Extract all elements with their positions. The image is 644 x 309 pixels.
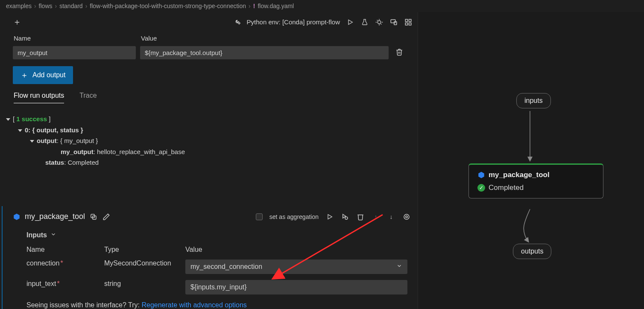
graph-edges xyxy=(418,12,644,309)
output-value-input[interactable] xyxy=(140,46,389,59)
outputs-value-header: Value xyxy=(141,35,412,42)
success-count: 1 success xyxy=(16,115,47,122)
svg-rect-13 xyxy=(405,23,407,25)
chevron-down-icon xyxy=(396,263,402,271)
add-icon[interactable]: ＋ xyxy=(13,16,21,28)
output-name-input[interactable] xyxy=(13,46,136,59)
caret-down-icon[interactable] xyxy=(6,118,10,121)
aggregation-label: set as aggregation xyxy=(269,213,319,220)
breadcrumb-seg[interactable]: flow-with-package-tool-with-custom-stron… xyxy=(90,3,246,9)
breadcrumb-sep: › xyxy=(85,3,88,9)
caret-down-icon[interactable] xyxy=(18,129,22,132)
input-type: string xyxy=(104,280,185,288)
output-row xyxy=(13,46,413,59)
input-text-value[interactable] xyxy=(185,280,407,294)
caret-down-icon[interactable] xyxy=(30,140,34,143)
breadcrumb-seg[interactable]: examples xyxy=(6,3,32,9)
input-name: input_text xyxy=(26,280,56,287)
yaml-file-icon: ! xyxy=(253,3,255,9)
tool-hex-icon xyxy=(13,213,20,221)
breadcrumb: examples › flows › standard › flow-with-… xyxy=(0,0,644,12)
svg-rect-11 xyxy=(405,19,407,21)
node-inspector: my_package_tool set as aggregation ↑ ↓ xyxy=(2,206,418,309)
svg-rect-14 xyxy=(409,23,411,25)
edit-icon[interactable] xyxy=(102,213,111,221)
tab-flow-run-outputs[interactable]: Flow run outputs xyxy=(14,92,64,103)
result-myoutput-key: my_output xyxy=(61,148,94,155)
device-icon[interactable] xyxy=(389,18,398,26)
debug-node-icon[interactable] xyxy=(341,213,349,221)
run-icon[interactable] xyxy=(346,18,354,26)
connection-select[interactable]: my_second_connection xyxy=(185,259,407,274)
svg-point-20 xyxy=(345,217,348,219)
required-marker: * xyxy=(60,259,63,267)
flask-icon[interactable] xyxy=(360,18,369,26)
run-results-tree: [ 1 success ] 0: { output, status } outp… xyxy=(0,108,418,206)
breadcrumb-file[interactable]: ! flow.dag.yaml xyxy=(253,3,294,9)
wrench-icon[interactable] xyxy=(232,18,241,26)
breadcrumb-sep: › xyxy=(249,3,251,9)
run-node-icon[interactable] xyxy=(325,213,334,221)
svg-line-7 xyxy=(377,20,378,20)
add-output-button[interactable]: ＋ Add output xyxy=(13,66,73,84)
tab-trace[interactable]: Trace xyxy=(79,92,97,103)
bug-icon[interactable] xyxy=(375,18,383,26)
chevron-down-icon[interactable] xyxy=(50,231,56,239)
result-status-key: status xyxy=(45,159,64,166)
issues-prefix: Seeing issues with the interface? Try: xyxy=(26,301,141,309)
breadcrumb-sep: › xyxy=(34,3,36,9)
svg-point-21 xyxy=(404,214,409,219)
delete-output-icon[interactable] xyxy=(395,48,403,58)
add-output-label: Add output xyxy=(32,71,65,79)
inputs-section-label: Inputs xyxy=(26,231,47,239)
python-env-label[interactable]: Python env: [Conda] prompt-flow xyxy=(247,18,340,26)
svg-point-22 xyxy=(406,216,408,218)
plus-icon: ＋ xyxy=(20,70,28,80)
connection-select-value: my_second_connection xyxy=(190,263,262,270)
input-row-connection: connection* MySecondConnection my_second… xyxy=(26,259,411,274)
outputs-name-header: Name xyxy=(14,35,141,42)
result-output-val: { my_output } xyxy=(60,137,98,144)
svg-point-2 xyxy=(378,20,381,24)
node-title: my_package_tool xyxy=(25,212,85,221)
svg-line-8 xyxy=(381,23,382,24)
target-icon[interactable] xyxy=(402,213,411,221)
result-status-val: Completed xyxy=(68,159,99,166)
svg-marker-15 xyxy=(14,213,20,220)
delete-node-icon[interactable] xyxy=(356,213,365,221)
layout-icon[interactable] xyxy=(404,18,413,26)
result-index-line: 0: { output, status } xyxy=(25,126,83,134)
inputs-value-header: Value xyxy=(185,246,411,254)
required-marker: * xyxy=(57,280,59,287)
input-type: MySecondConnection xyxy=(104,259,185,267)
copy-icon[interactable] xyxy=(89,213,98,221)
svg-marker-18 xyxy=(328,214,332,219)
input-row-inputtext: input_text* string xyxy=(26,280,411,294)
breadcrumb-seg[interactable]: flows xyxy=(39,3,53,9)
breadcrumb-sep: › xyxy=(55,3,57,9)
move-down-icon[interactable]: ↓ xyxy=(387,213,395,221)
result-output-key: output xyxy=(37,137,57,144)
breadcrumb-seg[interactable]: standard xyxy=(59,3,82,9)
svg-rect-12 xyxy=(409,19,411,21)
svg-marker-0 xyxy=(348,20,352,24)
flow-graph[interactable]: inputs my_package_tool ✓ Completed outpu… xyxy=(418,12,644,309)
inputs-name-header: Name xyxy=(26,246,104,254)
inputs-type-header: Type xyxy=(104,246,185,254)
move-up-icon[interactable]: ↑ xyxy=(372,213,380,221)
breadcrumb-filename: flow.dag.yaml xyxy=(258,3,294,9)
input-name: connection xyxy=(26,259,59,267)
result-myoutput-val: helloto_replace_with_api_base xyxy=(97,148,185,155)
aggregation-checkbox[interactable] xyxy=(256,213,263,220)
regenerate-link[interactable]: Regenerate with advanced options xyxy=(141,301,246,309)
